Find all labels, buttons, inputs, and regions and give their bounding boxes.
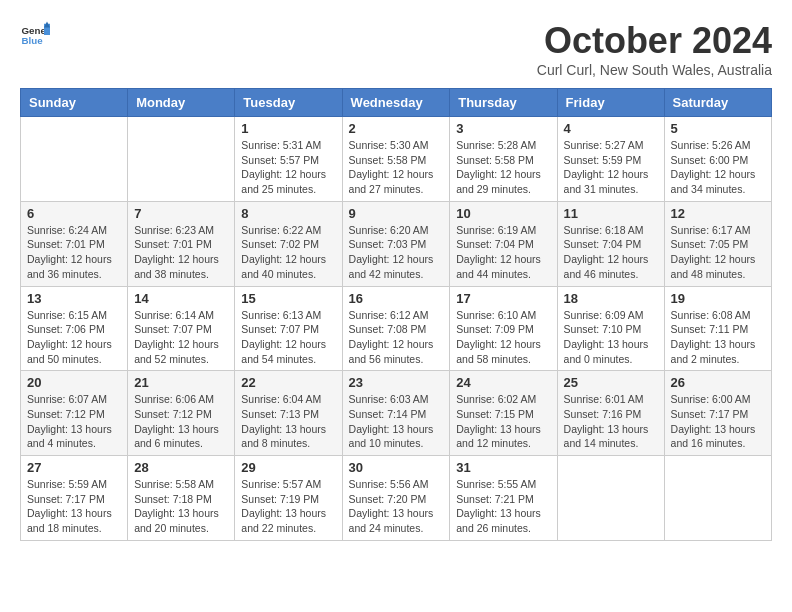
table-row: 23Sunrise: 6:03 AMSunset: 7:14 PMDayligh… [342, 371, 450, 456]
table-row: 13Sunrise: 6:15 AMSunset: 7:06 PMDayligh… [21, 286, 128, 371]
calendar-week-2: 6Sunrise: 6:24 AMSunset: 7:01 PMDaylight… [21, 201, 772, 286]
day-number: 7 [134, 206, 228, 221]
calendar-table: Sunday Monday Tuesday Wednesday Thursday… [20, 88, 772, 541]
col-saturday: Saturday [664, 89, 771, 117]
day-info: Sunrise: 5:59 AMSunset: 7:17 PMDaylight:… [27, 477, 121, 536]
day-info: Sunrise: 6:03 AMSunset: 7:14 PMDaylight:… [349, 392, 444, 451]
day-number: 21 [134, 375, 228, 390]
col-thursday: Thursday [450, 89, 557, 117]
table-row: 17Sunrise: 6:10 AMSunset: 7:09 PMDayligh… [450, 286, 557, 371]
header-row: Sunday Monday Tuesday Wednesday Thursday… [21, 89, 772, 117]
table-row: 8Sunrise: 6:22 AMSunset: 7:02 PMDaylight… [235, 201, 342, 286]
day-number: 17 [456, 291, 550, 306]
table-row: 4Sunrise: 5:27 AMSunset: 5:59 PMDaylight… [557, 117, 664, 202]
table-row: 21Sunrise: 6:06 AMSunset: 7:12 PMDayligh… [128, 371, 235, 456]
table-row: 30Sunrise: 5:56 AMSunset: 7:20 PMDayligh… [342, 456, 450, 541]
day-number: 8 [241, 206, 335, 221]
table-row: 11Sunrise: 6:18 AMSunset: 7:04 PMDayligh… [557, 201, 664, 286]
day-info: Sunrise: 6:12 AMSunset: 7:08 PMDaylight:… [349, 308, 444, 367]
day-info: Sunrise: 6:08 AMSunset: 7:11 PMDaylight:… [671, 308, 765, 367]
table-row [557, 456, 664, 541]
day-number: 20 [27, 375, 121, 390]
day-number: 16 [349, 291, 444, 306]
day-info: Sunrise: 5:55 AMSunset: 7:21 PMDaylight:… [456, 477, 550, 536]
day-number: 25 [564, 375, 658, 390]
day-info: Sunrise: 6:13 AMSunset: 7:07 PMDaylight:… [241, 308, 335, 367]
day-number: 27 [27, 460, 121, 475]
table-row: 10Sunrise: 6:19 AMSunset: 7:04 PMDayligh… [450, 201, 557, 286]
logo-icon: General Blue [20, 20, 50, 50]
day-info: Sunrise: 6:20 AMSunset: 7:03 PMDaylight:… [349, 223, 444, 282]
day-info: Sunrise: 6:04 AMSunset: 7:13 PMDaylight:… [241, 392, 335, 451]
table-row [21, 117, 128, 202]
col-tuesday: Tuesday [235, 89, 342, 117]
day-info: Sunrise: 6:00 AMSunset: 7:17 PMDaylight:… [671, 392, 765, 451]
calendar-week-1: 1Sunrise: 5:31 AMSunset: 5:57 PMDaylight… [21, 117, 772, 202]
day-info: Sunrise: 5:56 AMSunset: 7:20 PMDaylight:… [349, 477, 444, 536]
day-number: 23 [349, 375, 444, 390]
table-row: 1Sunrise: 5:31 AMSunset: 5:57 PMDaylight… [235, 117, 342, 202]
day-info: Sunrise: 6:15 AMSunset: 7:06 PMDaylight:… [27, 308, 121, 367]
title-area: October 2024 Curl Curl, New South Wales,… [537, 20, 772, 78]
table-row: 12Sunrise: 6:17 AMSunset: 7:05 PMDayligh… [664, 201, 771, 286]
day-number: 2 [349, 121, 444, 136]
table-row: 29Sunrise: 5:57 AMSunset: 7:19 PMDayligh… [235, 456, 342, 541]
day-number: 18 [564, 291, 658, 306]
day-number: 13 [27, 291, 121, 306]
col-wednesday: Wednesday [342, 89, 450, 117]
day-number: 31 [456, 460, 550, 475]
table-row: 7Sunrise: 6:23 AMSunset: 7:01 PMDaylight… [128, 201, 235, 286]
col-friday: Friday [557, 89, 664, 117]
day-info: Sunrise: 6:22 AMSunset: 7:02 PMDaylight:… [241, 223, 335, 282]
table-row: 14Sunrise: 6:14 AMSunset: 7:07 PMDayligh… [128, 286, 235, 371]
table-row: 2Sunrise: 5:30 AMSunset: 5:58 PMDaylight… [342, 117, 450, 202]
table-row: 19Sunrise: 6:08 AMSunset: 7:11 PMDayligh… [664, 286, 771, 371]
day-info: Sunrise: 6:17 AMSunset: 7:05 PMDaylight:… [671, 223, 765, 282]
table-row: 26Sunrise: 6:00 AMSunset: 7:17 PMDayligh… [664, 371, 771, 456]
calendar-week-5: 27Sunrise: 5:59 AMSunset: 7:17 PMDayligh… [21, 456, 772, 541]
table-row: 25Sunrise: 6:01 AMSunset: 7:16 PMDayligh… [557, 371, 664, 456]
col-sunday: Sunday [21, 89, 128, 117]
table-row: 31Sunrise: 5:55 AMSunset: 7:21 PMDayligh… [450, 456, 557, 541]
day-info: Sunrise: 5:27 AMSunset: 5:59 PMDaylight:… [564, 138, 658, 197]
day-info: Sunrise: 5:30 AMSunset: 5:58 PMDaylight:… [349, 138, 444, 197]
day-number: 15 [241, 291, 335, 306]
day-number: 14 [134, 291, 228, 306]
table-row [128, 117, 235, 202]
day-number: 28 [134, 460, 228, 475]
day-number: 6 [27, 206, 121, 221]
header: General Blue October 2024 Curl Curl, New… [20, 20, 772, 78]
day-number: 4 [564, 121, 658, 136]
day-number: 29 [241, 460, 335, 475]
calendar-week-3: 13Sunrise: 6:15 AMSunset: 7:06 PMDayligh… [21, 286, 772, 371]
day-number: 30 [349, 460, 444, 475]
day-info: Sunrise: 6:01 AMSunset: 7:16 PMDaylight:… [564, 392, 658, 451]
table-row: 6Sunrise: 6:24 AMSunset: 7:01 PMDaylight… [21, 201, 128, 286]
day-info: Sunrise: 6:14 AMSunset: 7:07 PMDaylight:… [134, 308, 228, 367]
table-row [664, 456, 771, 541]
day-info: Sunrise: 6:02 AMSunset: 7:15 PMDaylight:… [456, 392, 550, 451]
day-number: 26 [671, 375, 765, 390]
table-row: 28Sunrise: 5:58 AMSunset: 7:18 PMDayligh… [128, 456, 235, 541]
table-row: 18Sunrise: 6:09 AMSunset: 7:10 PMDayligh… [557, 286, 664, 371]
day-info: Sunrise: 6:23 AMSunset: 7:01 PMDaylight:… [134, 223, 228, 282]
table-row: 16Sunrise: 6:12 AMSunset: 7:08 PMDayligh… [342, 286, 450, 371]
day-number: 24 [456, 375, 550, 390]
day-number: 9 [349, 206, 444, 221]
table-row: 27Sunrise: 5:59 AMSunset: 7:17 PMDayligh… [21, 456, 128, 541]
day-number: 5 [671, 121, 765, 136]
day-info: Sunrise: 6:18 AMSunset: 7:04 PMDaylight:… [564, 223, 658, 282]
table-row: 24Sunrise: 6:02 AMSunset: 7:15 PMDayligh… [450, 371, 557, 456]
day-number: 3 [456, 121, 550, 136]
day-number: 19 [671, 291, 765, 306]
svg-text:Blue: Blue [22, 35, 44, 46]
day-number: 11 [564, 206, 658, 221]
day-info: Sunrise: 6:10 AMSunset: 7:09 PMDaylight:… [456, 308, 550, 367]
day-info: Sunrise: 6:06 AMSunset: 7:12 PMDaylight:… [134, 392, 228, 451]
day-info: Sunrise: 5:28 AMSunset: 5:58 PMDaylight:… [456, 138, 550, 197]
day-number: 22 [241, 375, 335, 390]
calendar-week-4: 20Sunrise: 6:07 AMSunset: 7:12 PMDayligh… [21, 371, 772, 456]
table-row: 5Sunrise: 5:26 AMSunset: 6:00 PMDaylight… [664, 117, 771, 202]
day-info: Sunrise: 6:19 AMSunset: 7:04 PMDaylight:… [456, 223, 550, 282]
table-row: 22Sunrise: 6:04 AMSunset: 7:13 PMDayligh… [235, 371, 342, 456]
